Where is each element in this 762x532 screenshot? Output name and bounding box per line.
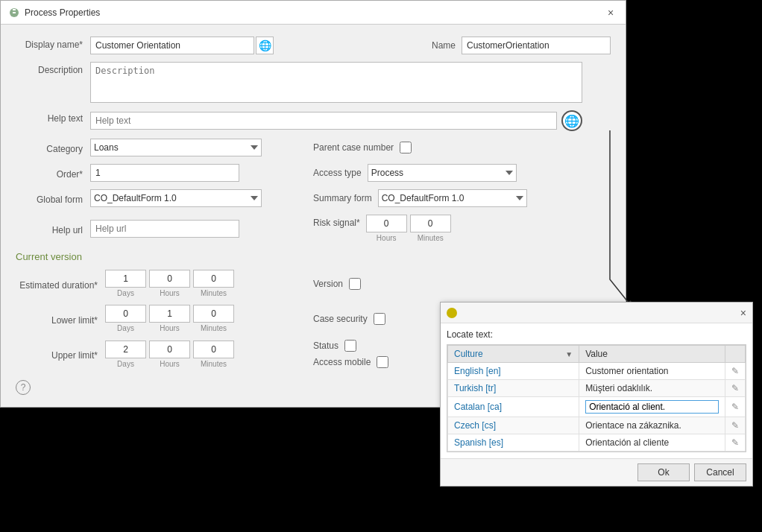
name-input[interactable] [462,37,611,54]
low-hours-label: Hours [149,324,190,332]
lower-limit-label: Lower limit* [16,312,105,326]
order-row: Order* Access type Process [16,164,611,182]
edit-button[interactable]: ✎ [731,366,739,376]
value-cell: Müşteri odaklılık. [579,380,725,397]
locate-cancel-button[interactable]: Cancel [694,463,746,481]
table-row: Czech [cs]Orientace na zákaznika.✎ [448,417,746,434]
summary-form-col: Summary form CO_DefaultForm 1.0 [313,189,611,207]
locate-body: Locate text: Culture ▼ Value [441,323,752,458]
risk-minutes-input[interactable] [410,215,451,232]
svg-rect-1 [13,9,16,10]
low-minutes-label: Minutes [193,324,234,332]
display-name-label: Display name* [16,37,90,50]
edit-button[interactable]: ✎ [731,383,739,393]
low-days-label: Days [105,324,146,332]
locate-text-popup: × Locate text: Culture ▼ V [440,302,753,487]
culture-cell: Turkish [tr] [448,380,579,397]
risk-signal-inputs: Hours Minutes [366,215,451,242]
est-hours-input[interactable] [149,270,190,288]
locate-icon [447,308,457,318]
low-days-input[interactable] [105,305,146,323]
category-select[interactable]: Loans [90,139,262,156]
status-row: Status [313,340,356,352]
category-label: Category [16,141,90,154]
up-hours-label: Hours [149,360,190,368]
low-hours-input[interactable] [149,305,190,323]
upper-limit-col: Upper limit* Days Hours Minutes [16,341,313,368]
culture-cell: Czech [cs] [448,417,579,434]
access-type-select[interactable]: Process [368,164,517,182]
description-row: Description [16,62,611,103]
access-mobile-checkbox[interactable] [377,356,388,368]
summary-form-label: Summary form [313,193,372,203]
edit-cell: ✎ [725,434,745,452]
help-url-col: Help url [16,220,313,238]
summary-form-select[interactable]: CO_DefaultForm 1.0 [378,189,527,207]
risk-hours-input[interactable] [366,215,407,232]
display-name-wrap: 🌐 [90,37,417,54]
version-col: Version [313,278,611,290]
help-text-input[interactable] [90,112,557,130]
culture-sort-icon: ▼ [565,350,573,358]
display-name-input[interactable] [90,37,254,54]
est-minutes-input[interactable] [193,270,234,288]
estimated-duration-col: Estimated duration* Days Hours Minutes [16,270,313,297]
help-url-label: Help url [16,222,90,235]
parent-case-checkbox[interactable] [400,142,412,153]
table-row: Catalan [ca]✎ [448,397,746,417]
category-row: Category Loans Parent case number [16,139,611,156]
version-label: Version [313,279,343,289]
est-days-label: Days [105,289,146,297]
locate-close-button[interactable]: × [740,307,746,319]
low-minutes-input[interactable] [193,305,234,323]
risk-hours-label: Hours [366,234,407,242]
edit-column-header [725,346,745,363]
dialog-close-button[interactable]: × [603,5,618,20]
value-cell [579,397,725,417]
est-days-input[interactable] [105,270,146,288]
case-security-checkbox[interactable] [374,313,385,325]
svg-rect-2 [13,12,16,13]
global-form-select[interactable]: CO_DefaultForm 1.0 [90,189,262,207]
help-text-globe-button[interactable]: 🌐 [561,110,582,131]
edit-button[interactable]: ✎ [731,437,739,448]
edit-cell: ✎ [725,380,745,397]
locate-text-label: Locate text: [447,329,746,340]
display-name-globe-button[interactable]: 🌐 [256,37,274,54]
status-label: Status [313,341,339,351]
description-textarea[interactable] [90,62,582,103]
value-column-header[interactable]: Value [579,346,725,363]
version-checkbox[interactable] [349,278,361,290]
est-minutes-label: Minutes [193,289,234,297]
locate-table-scroll[interactable]: Culture ▼ Value English [en]Custom [447,344,746,452]
dialog-titlebar: Process Properties × [1,1,626,25]
up-days-input[interactable] [105,341,146,358]
status-checkbox[interactable] [344,340,356,352]
name-label: Name [432,40,456,51]
help-button[interactable]: ? [16,380,31,395]
edit-button[interactable]: ✎ [731,420,739,431]
edit-button[interactable]: ✎ [731,402,739,412]
edit-cell: ✎ [725,417,745,434]
up-minutes-input[interactable] [193,341,234,358]
category-col: Category Loans [16,139,313,156]
up-hours-input[interactable] [149,341,190,358]
parent-case-label: Parent case number [313,142,394,153]
order-input[interactable] [90,164,239,182]
culture-cell: Catalan [ca] [448,397,579,417]
access-type-label: Access type [313,168,362,178]
risk-signal-label: Risk signal* [313,215,360,228]
culture-column-header[interactable]: Culture ▼ [448,346,579,363]
help-url-row: Help url Risk signal* Hours [16,215,611,242]
value-cell: Customer orientation [579,363,725,380]
risk-minutes-label: Minutes [410,234,451,242]
risk-hours-group [366,215,407,232]
up-days-label: Days [105,360,146,368]
estimated-duration-inputs: Days Hours Minutes [105,270,234,297]
estimated-duration-label: Estimated duration* [16,277,105,291]
value-input[interactable] [585,400,719,414]
locate-ok-button[interactable]: Ok [637,463,690,481]
help-url-input[interactable] [90,220,239,238]
risk-signal-col: Risk signal* Hours Minutes [313,215,611,242]
table-row: English [en]Customer orientation✎ [448,363,746,380]
